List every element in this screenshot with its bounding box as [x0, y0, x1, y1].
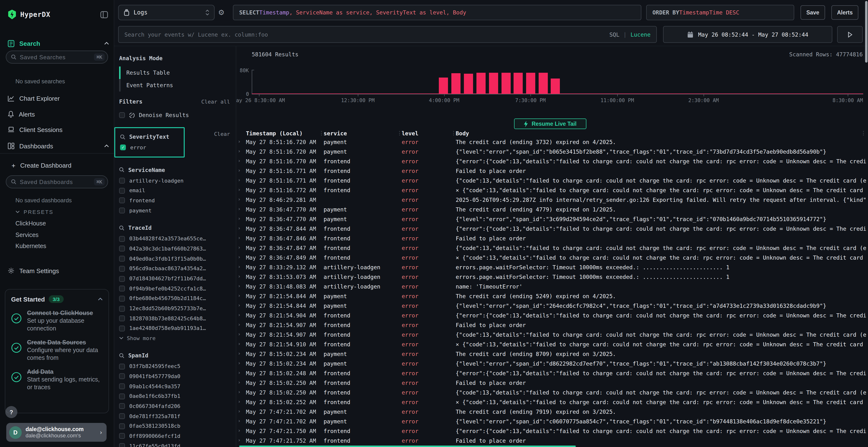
saved-dashboards-input[interactable]: Saved Dashboards ⌘K — [6, 175, 108, 188]
filter-value-row[interactable]: 056cd9acbaac8637a4354a2… — [119, 264, 230, 274]
sidebar-item-clickhouse[interactable]: ClickHouse — [16, 220, 46, 227]
histogram-bar[interactable] — [476, 73, 486, 94]
expand-chevron-icon[interactable]: › — [238, 332, 241, 337]
histogram-bar[interactable] — [452, 73, 461, 94]
col-header-service[interactable]: service — [323, 130, 347, 137]
log-row[interactable]: › May 27 8:21:54.904 AM frontend error {… — [236, 311, 868, 320]
column-grip-icon[interactable]: ⋮ — [451, 130, 456, 136]
log-row[interactable]: › May 27 8:15:02.250 AM frontend error F… — [236, 378, 868, 388]
histogram-bar[interactable] — [526, 72, 535, 94]
filter-value-row[interactable]: 0c0667304fafd206 — [119, 401, 230, 411]
filter-value-row[interactable]: 18287038b73e882425c64b8… — [119, 314, 230, 323]
sidebar-item-alerts[interactable]: Alerts — [8, 109, 109, 119]
log-row[interactable]: › May 27 8:21:54.907 AM frontend error F… — [236, 320, 868, 330]
vertical-scrollbar-thumb[interactable] — [865, 1, 868, 63]
expand-chevron-icon[interactable]: › — [238, 235, 241, 240]
trace-show-more-button[interactable]: Show more — [119, 334, 230, 343]
filter-value-row[interactable]: 0ae8e1f6c6b37fb1 — [119, 391, 230, 401]
log-row[interactable]: › May 27 8:21:54.844 AM payment error Th… — [236, 291, 868, 301]
severity-clear-button[interactable]: Clear — [214, 131, 230, 137]
get-started-item[interactable]: Connect to ClickHouse Set up your databa… — [11, 309, 103, 332]
filter-value-row[interactable]: 042a30c3dc1baf660b27863… — [119, 244, 230, 253]
create-dashboard-button[interactable]: + Create Dashboard — [11, 161, 109, 170]
log-row[interactable]: › May 27 8:46:29.281 AM error 2025-05-26… — [236, 195, 868, 205]
checkbox[interactable] — [119, 383, 125, 389]
checkbox[interactable] — [119, 423, 125, 429]
expand-chevron-icon[interactable]: › — [238, 418, 241, 423]
filter-value-row[interactable]: 03b44828f42a3573ea655ce… — [119, 234, 230, 244]
horizontal-scrollbar-thumb[interactable] — [239, 445, 576, 447]
histogram-bar[interactable] — [539, 73, 548, 94]
filter-value-row[interactable]: 11c67fe55c0d13fd — [119, 441, 230, 447]
saved-searches-input[interactable]: Saved Searches ⌘K — [6, 50, 108, 64]
log-row[interactable]: › May 27 8:36:47.844 AM frontend error {… — [236, 224, 868, 234]
filter-value-row[interactable]: 049ed0ac3fdb1f3f15a0b0b… — [119, 254, 230, 264]
expand-chevron-icon[interactable]: › — [238, 322, 241, 327]
log-row[interactable]: › May 27 8:15:02.248 AM frontend error {… — [236, 369, 868, 378]
histogram-bar[interactable] — [551, 78, 560, 94]
expand-chevron-icon[interactable]: › — [238, 341, 241, 346]
expand-chevron-icon[interactable]: › — [238, 187, 241, 192]
checkbox[interactable] — [119, 246, 125, 252]
log-row[interactable]: › May 27 8:36:47.770 AM payment error {"… — [236, 214, 868, 224]
log-row[interactable]: › May 27 8:21:54.844 AM payment error {"… — [236, 301, 868, 311]
resume-live-tail-button[interactable]: Resume Live Tail — [514, 118, 586, 129]
expand-chevron-icon[interactable]: › — [238, 245, 241, 250]
col-header-level[interactable]: level — [402, 130, 418, 137]
sidebar-item-search[interactable]: Search — [8, 38, 109, 48]
expand-chevron-icon[interactable]: › — [238, 158, 241, 163]
log-row[interactable]: › May 27 8:36:47.770 AM payment error Th… — [236, 205, 868, 214]
checkbox[interactable] — [119, 433, 125, 439]
filter-value-row[interactable]: 03f7b824595feec5 — [119, 362, 230, 371]
analysis-mode-option[interactable]: Results Table — [119, 66, 230, 79]
sidebar-item-client-sessions[interactable]: Client Sessions — [8, 125, 109, 134]
checkbox[interactable] — [119, 403, 125, 409]
expand-chevron-icon[interactable]: › — [238, 139, 241, 144]
expand-chevron-icon[interactable]: › — [238, 148, 241, 153]
help-button[interactable]: ? — [5, 406, 18, 418]
expand-chevron-icon[interactable]: › — [238, 370, 241, 375]
log-row[interactable]: › May 27 8:36:47.846 AM frontend error F… — [236, 234, 868, 243]
log-row[interactable]: › May 27 8:21:54.907 AM frontend error {… — [236, 330, 868, 340]
filter-value-row[interactable]: 12ec8dd52b60b9525733b7e… — [119, 304, 230, 314]
histogram-bar[interactable] — [464, 74, 473, 94]
checkbox[interactable] — [119, 286, 125, 291]
checkbox[interactable]: ✓ — [120, 145, 126, 150]
log-row[interactable]: › May 27 8:15:02.250 AM frontend error {… — [236, 388, 868, 398]
expand-chevron-icon[interactable]: › — [238, 197, 241, 202]
checkbox[interactable] — [119, 266, 125, 272]
order-by-input[interactable]: ORDER BY TimestampTime DESC — [646, 5, 794, 20]
denoise-results-row[interactable]: Denoise Results — [119, 111, 230, 119]
filter-value-row[interactable]: 09041fb457779da0 — [119, 371, 230, 381]
expand-chevron-icon[interactable]: › — [238, 264, 241, 269]
checkbox[interactable] — [119, 236, 125, 242]
time-range-picker[interactable]: May 26 08:52:44 - May 27 08:52:44 — [663, 26, 832, 43]
filter-group-spanid[interactable]: SpanId — [128, 352, 148, 359]
expand-chevron-icon[interactable]: › — [238, 428, 241, 433]
denoise-checkbox[interactable] — [119, 112, 125, 118]
expand-chevron-icon[interactable]: › — [238, 389, 241, 394]
filter-value-row[interactable]: 0ff8990066efcf1d — [119, 431, 230, 441]
filter-group-servicename[interactable]: ServiceName — [128, 166, 165, 173]
column-grip-icon[interactable]: ⋮ — [397, 130, 402, 136]
expand-chevron-icon[interactable]: › — [238, 409, 241, 414]
checkbox[interactable] — [119, 208, 125, 213]
alerts-button[interactable]: Alerts — [831, 5, 858, 20]
log-row[interactable]: › May 27 8:51:16.771 AM frontend error {… — [236, 176, 868, 185]
results-histogram[interactable]: 80K 0 May 26 8:30:00 AM12:30:00 PM4:00:0… — [236, 66, 868, 104]
column-grip-icon[interactable]: ⋮ — [319, 130, 324, 136]
checkbox[interactable] — [119, 306, 125, 311]
checkbox[interactable] — [119, 325, 125, 332]
expand-chevron-icon[interactable]: › — [238, 226, 241, 231]
log-row[interactable]: › May 27 8:51:16.771 AM frontend error F… — [236, 166, 868, 176]
expand-chevron-icon[interactable]: › — [238, 380, 241, 385]
sidebar-item-dashboards[interactable]: Dashboards — [8, 141, 109, 151]
log-row[interactable]: › May 27 8:33:29.132 AM artillery-loadge… — [236, 263, 868, 272]
filter-value-row[interactable]: artillery-loadgen — [119, 176, 230, 185]
table-options-icon[interactable]: ⋮ — [861, 130, 866, 136]
col-header-body[interactable]: Body — [456, 130, 469, 137]
checkbox[interactable] — [119, 296, 125, 302]
expand-chevron-icon[interactable]: › — [238, 254, 241, 260]
checkbox[interactable] — [119, 256, 125, 262]
expand-chevron-icon[interactable]: › — [238, 283, 241, 288]
